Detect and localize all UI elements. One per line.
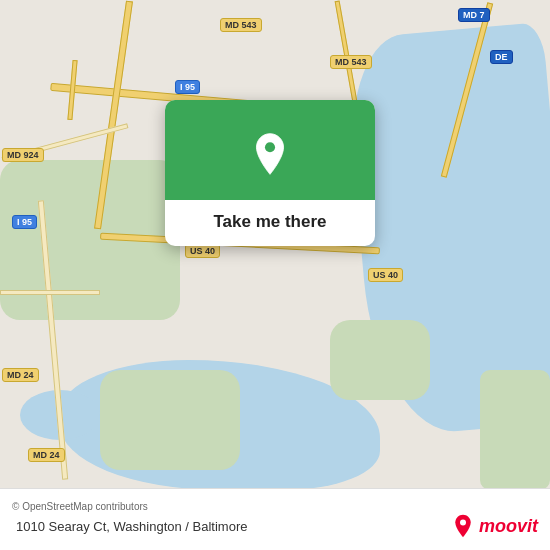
road-label-md24-1: MD 24 [2, 368, 39, 382]
road-label-md543-1: MD 543 [220, 18, 262, 32]
green-area-2 [100, 370, 240, 470]
take-me-there-button[interactable]: Take me there [213, 212, 326, 231]
road-label-i95-1: I 95 [175, 80, 200, 94]
road-label-us40-2: US 40 [185, 244, 220, 258]
moovit-logo: moovit [451, 514, 538, 538]
moovit-pin-icon [451, 514, 475, 538]
green-area-3 [330, 320, 430, 400]
road-label-us40-1: US 40 [368, 268, 403, 282]
road-label-i95-2: I 95 [12, 215, 37, 229]
road-label-md24-2: MD 24 [28, 448, 65, 462]
svg-point-0 [265, 142, 275, 152]
address-text: 1010 Searay Ct, Washington / Baltimore [16, 519, 451, 534]
popup-card[interactable]: Take me there [165, 100, 375, 246]
svg-point-1 [460, 520, 466, 526]
road-label-de: DE [490, 50, 513, 64]
bottom-content: © OpenStreetMap contributors 1010 Searay… [12, 501, 538, 538]
bottom-row-2: 1010 Searay Ct, Washington / Baltimore m… [12, 514, 538, 538]
bottom-bar: © OpenStreetMap contributors 1010 Searay… [0, 488, 550, 550]
location-pin [248, 132, 292, 176]
popup-text-area[interactable]: Take me there [165, 200, 375, 246]
road-label-md924: MD 924 [2, 148, 44, 162]
map-container: MD 543 MD 543 MD 7 US 40 US 40 I 95 I 95… [0, 0, 550, 550]
attribution-text: © OpenStreetMap contributors [12, 501, 538, 512]
popup-green-section [165, 100, 375, 200]
road-label-md7: MD 7 [458, 8, 490, 22]
moovit-brand-name: moovit [479, 516, 538, 537]
road-label-md543-2: MD 543 [330, 55, 372, 69]
road-left-lower [0, 290, 100, 295]
green-area-4 [480, 370, 550, 490]
osm-credit: © OpenStreetMap contributors [12, 501, 148, 512]
